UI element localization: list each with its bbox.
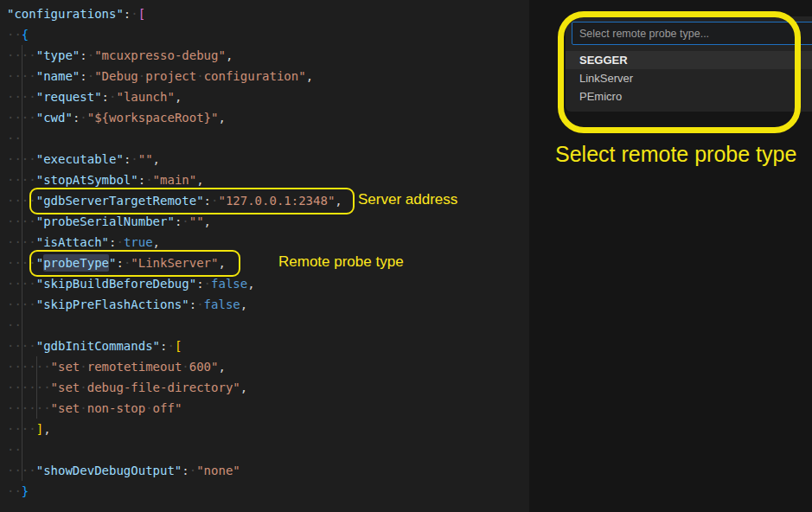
code-line[interactable]: ·· — [7, 315, 342, 336]
probe-type-option-list: SEGGERLinkServerPEmicro — [572, 51, 812, 106]
code-line[interactable]: ····"skipPreFlashActions":·false, — [7, 294, 342, 315]
code-line[interactable]: ··{ — [7, 24, 342, 45]
annotation-label-select-probe-type: Select remote probe type — [555, 142, 796, 167]
code-editor[interactable]: "configurations":·[··{····"type":·"mcuxp… — [0, 0, 529, 512]
code-line[interactable]: ····], — [7, 419, 342, 439]
code-line[interactable]: ······"set·debug-file-directory", — [7, 377, 342, 398]
code-line[interactable]: "configurations":·[ — [7, 3, 342, 24]
code-line[interactable]: ······"set·non-stop·off" — [7, 398, 342, 419]
screenshot-root: "configurations":·[··{····"type":·"mcuxp… — [0, 0, 812, 512]
probe-option-segger[interactable]: SEGGER — [566, 51, 812, 69]
code-line[interactable]: ······"set·remotetimeout·600", — [7, 356, 342, 377]
code-line[interactable]: ··} — [7, 481, 342, 502]
probe-option-linkserver[interactable]: LinkServer — [572, 69, 812, 87]
probe-type-quickpick: SEGGERLinkServerPEmicro — [566, 16, 812, 112]
probe-type-search-input[interactable] — [572, 22, 812, 45]
code-line[interactable]: ·· — [7, 128, 342, 149]
code-line[interactable]: ····"showDevDebugOutput":·"none" — [7, 460, 342, 481]
code-line[interactable]: ····"request":·"launch", — [7, 86, 342, 107]
code-line[interactable]: ····"skipBuildBeforeDebug":·false, — [7, 273, 342, 294]
code-line[interactable]: ·· — [7, 439, 342, 460]
code-content: "configurations":·[··{····"type":·"mcuxp… — [7, 3, 342, 502]
annotation-label-server-address: Server address — [358, 191, 457, 208]
code-line[interactable]: ····"gdbServerTargetRemote":·"127.0.0.1:… — [7, 190, 342, 211]
code-line[interactable]: ····"gdbInitCommands":·[ — [7, 336, 342, 356]
code-line[interactable]: ····"stopAtSymbol":·"main", — [7, 170, 342, 190]
code-line[interactable]: ····"type":·"mcuxpresso-debug", — [7, 45, 342, 66]
annotation-label-remote-probe-type: Remote probe type — [278, 253, 404, 271]
code-line[interactable]: ····"cwd":·"${workspaceRoot}", — [7, 107, 342, 128]
code-line[interactable]: ····"probeSerialNumber":·"", — [7, 211, 342, 232]
code-line[interactable]: ····"isAttach":·true, — [7, 232, 342, 253]
code-line[interactable]: ····"name":·"Debug·project·configuration… — [7, 66, 342, 86]
code-line[interactable]: ····"executable":·"", — [7, 149, 342, 170]
probe-option-pemicro[interactable]: PEmicro — [572, 87, 812, 106]
